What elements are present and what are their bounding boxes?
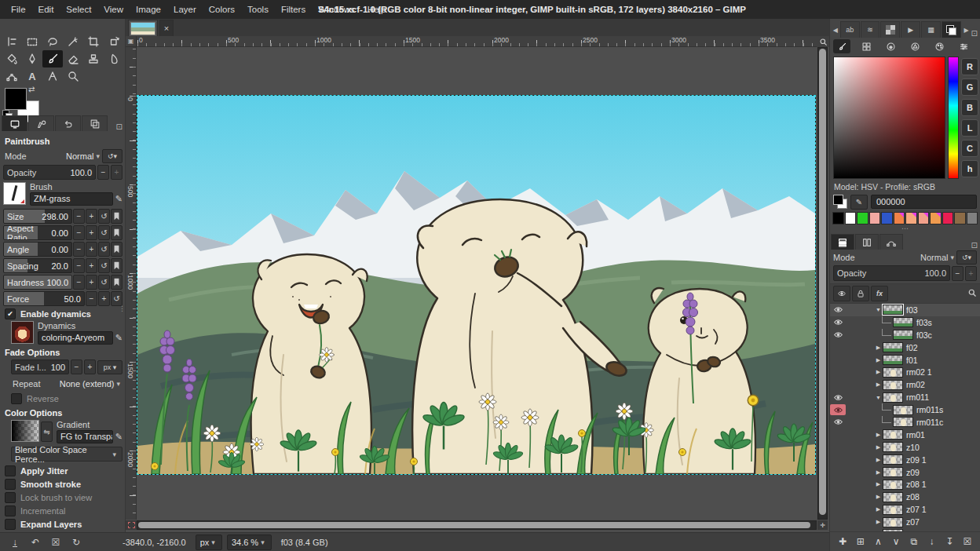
layer-name[interactable]: f03s xyxy=(916,318,932,327)
checkbox-expand-layers[interactable]: Expand Layers xyxy=(5,518,122,531)
layer-visibility-toggle[interactable] xyxy=(830,330,846,341)
effects-icon[interactable]: fx xyxy=(871,286,888,301)
dynamics-thumbnail[interactable] xyxy=(11,321,34,344)
layer-expander-icon[interactable]: ▶ xyxy=(874,369,883,375)
slider-track[interactable]: Force50.0 xyxy=(3,291,85,306)
layer-thumbnail[interactable] xyxy=(893,405,913,415)
layer-visibility-toggle[interactable] xyxy=(830,367,846,378)
slider-angle[interactable]: Angle0.00−+↺ xyxy=(3,242,122,257)
layer-opacity-increase[interactable]: + xyxy=(965,266,977,281)
layer-visibility-toggle[interactable] xyxy=(830,429,846,440)
decrease-button[interactable]: − xyxy=(73,225,85,240)
blend-space-dropdown[interactable]: Blend Color Space Perce... ▾ xyxy=(11,447,122,462)
increase-button[interactable]: + xyxy=(86,242,97,257)
edit-brush-icon[interactable]: ✎ xyxy=(115,194,122,204)
bucket-fill-tool[interactable] xyxy=(2,50,22,68)
menu-colors[interactable]: Colors xyxy=(203,0,241,19)
decrease-button[interactable]: − xyxy=(73,275,85,290)
layer-visibility-toggle[interactable] xyxy=(830,417,846,428)
link-to-brush-icon[interactable] xyxy=(111,225,122,240)
repeat-value[interactable]: None (extend) xyxy=(60,379,115,389)
tab-paths[interactable] xyxy=(879,234,903,250)
link-to-brush-icon[interactable] xyxy=(111,258,122,273)
scales-selector[interactable] xyxy=(955,39,972,53)
opacity-row[interactable]: Opacity 100.0 − + xyxy=(3,165,122,180)
fuzzy-select-tool[interactable] xyxy=(63,33,83,50)
measure-tool[interactable] xyxy=(42,68,63,85)
layer-thumbnail[interactable] xyxy=(883,342,903,352)
layer-visibility-toggle[interactable] xyxy=(830,317,846,328)
layer-thumbnail[interactable] xyxy=(883,305,903,315)
slider-aspect-ratio[interactable]: Aspect Ratio0.00−+↺ xyxy=(3,225,122,240)
fade-increase-button[interactable]: + xyxy=(84,359,96,374)
checkbox-incremental[interactable]: Incremental xyxy=(5,505,122,517)
reverse-checkbox[interactable]: Reverse xyxy=(11,392,122,405)
layer-thumbnail[interactable] xyxy=(883,355,903,365)
close-image-icon[interactable]: × xyxy=(159,20,174,36)
decrease-button[interactable]: − xyxy=(73,242,85,257)
link-to-brush-icon[interactable] xyxy=(111,209,122,224)
mode-value[interactable]: Normal xyxy=(66,151,93,161)
foreground-color-swatch[interactable] xyxy=(5,88,27,110)
layer-name[interactable]: f02 xyxy=(906,343,918,352)
checkbox-icon[interactable] xyxy=(5,465,16,476)
layer-thumbnail[interactable] xyxy=(883,467,903,477)
edit-color-icon[interactable]: ✎ xyxy=(850,195,868,210)
layer-expander-icon[interactable]: ▶ xyxy=(874,457,883,463)
palette-swatch[interactable] xyxy=(894,212,905,224)
hscroll-thumb[interactable] xyxy=(138,522,810,528)
layer-visibility-toggle[interactable] xyxy=(830,305,846,316)
channel-button-G[interactable]: G xyxy=(961,78,978,96)
tab-pointer[interactable]: ▶ xyxy=(901,21,920,38)
dock-menu-icon[interactable]: ⊡ xyxy=(971,29,978,38)
layer-thumbnail[interactable] xyxy=(883,505,903,515)
slider-track[interactable]: Angle0.00 xyxy=(3,242,72,257)
layer-expander-icon[interactable]: ▼ xyxy=(874,307,883,312)
slider-track[interactable]: Hardness100.0 xyxy=(3,275,72,290)
menu-tools[interactable]: Tools xyxy=(241,0,275,19)
layer-thumbnail[interactable] xyxy=(883,367,903,378)
delete-preset-button[interactable]: ☒ xyxy=(46,537,66,548)
layer-name[interactable]: f03 xyxy=(906,305,918,315)
save-preset-button[interactable]: ↓ xyxy=(5,537,25,548)
dock-tab-tool-options[interactable] xyxy=(2,115,27,131)
brush-name-field[interactable]: ZM-grass xyxy=(30,192,113,206)
layer-row[interactable]: ▶rm02 xyxy=(830,378,980,391)
layer-row[interactable]: ▶z09 xyxy=(830,466,980,479)
channel-button-B[interactable]: B xyxy=(961,99,978,116)
layer-thumbnail[interactable] xyxy=(883,380,903,390)
layer-expander-icon[interactable]: ▶ xyxy=(874,357,883,363)
dynamics-name-field[interactable]: coloring-Aryeom xyxy=(38,331,113,345)
palette-swatch[interactable] xyxy=(954,212,966,224)
layer-visibility-toggle[interactable] xyxy=(830,479,846,490)
layer-visibility-toggle[interactable] xyxy=(830,454,846,465)
palette-swatch[interactable] xyxy=(881,212,893,224)
palette-swatch[interactable] xyxy=(857,212,868,224)
tab-brushes[interactable]: ≋ xyxy=(861,21,880,38)
paintbrush-tool[interactable] xyxy=(42,50,63,68)
slider-track[interactable]: Aspect Ratio0.00 xyxy=(3,225,72,240)
layer-visibility-toggle[interactable] xyxy=(830,404,846,415)
layer-name[interactable]: z07 1 xyxy=(906,505,927,514)
palette-swatch[interactable] xyxy=(967,212,978,224)
layer-visibility-toggle[interactable] xyxy=(830,504,846,515)
mode-reset-button[interactable]: ↺▾ xyxy=(102,149,122,163)
layer-row[interactable]: rm011c xyxy=(830,416,980,429)
menu-view[interactable]: View xyxy=(97,0,130,19)
layer-row[interactable]: ▼f03 xyxy=(830,304,980,316)
dock-menu-icon[interactable]: ⊡ xyxy=(971,241,978,250)
checkbox-icon[interactable] xyxy=(5,505,16,516)
fade-unit-dropdown[interactable]: px ▾ xyxy=(97,360,122,374)
clone-tool[interactable] xyxy=(83,50,104,68)
layer-mode-reset-button[interactable]: ↺▾ xyxy=(956,250,977,265)
layer-name[interactable]: rm02 xyxy=(906,380,925,389)
checkbox-icon[interactable] xyxy=(5,492,16,503)
canvas-image[interactable] xyxy=(137,96,815,474)
layer-expander-icon[interactable]: ▶ xyxy=(874,481,883,487)
layer-visibility-toggle[interactable] xyxy=(830,355,846,366)
layer-thumbnail[interactable] xyxy=(883,529,903,531)
layer-expander-icon[interactable]: ▶ xyxy=(874,432,883,438)
increase-button[interactable]: + xyxy=(86,209,97,224)
vertical-scrollbar[interactable] xyxy=(817,47,828,520)
layer-thumbnail[interactable] xyxy=(893,417,913,427)
